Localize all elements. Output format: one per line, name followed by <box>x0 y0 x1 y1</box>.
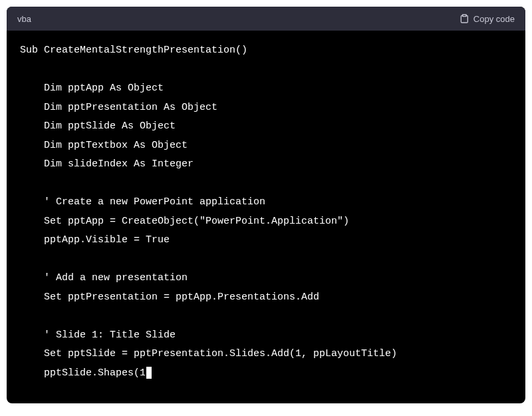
copy-code-label: Copy code <box>473 14 515 24</box>
clipboard-icon <box>459 13 469 24</box>
code-content-area[interactable]: Sub CreateMentalStrengthPresentation() D… <box>7 31 525 403</box>
copy-code-button[interactable]: Copy code <box>459 13 515 24</box>
language-label: vba <box>17 14 31 24</box>
text-cursor <box>146 367 152 379</box>
code-text: Sub CreateMentalStrengthPresentation() D… <box>20 45 397 379</box>
code-block-header: vba Copy code <box>7 7 525 31</box>
code-block-container: vba Copy code Sub CreateMentalStrengthPr… <box>7 7 525 403</box>
